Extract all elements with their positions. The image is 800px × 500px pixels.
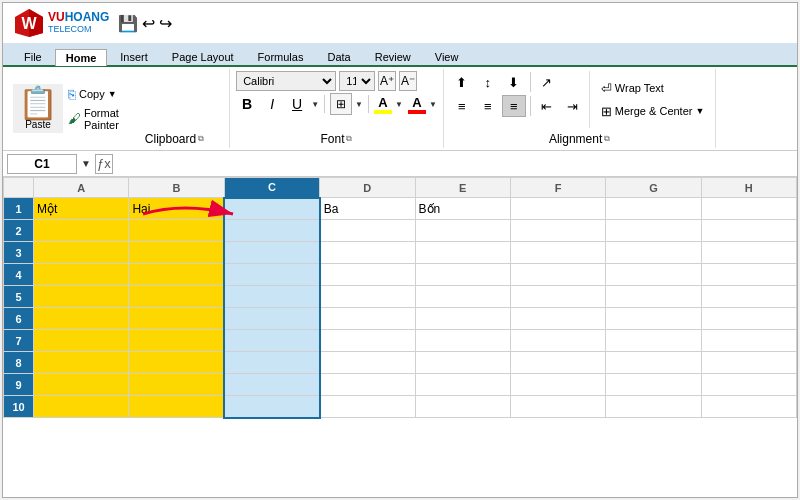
cell-f9[interactable] — [510, 374, 605, 396]
cell-c7[interactable] — [224, 330, 319, 352]
cell-e1[interactable]: Bốn — [415, 198, 510, 220]
row-number-6[interactable]: 6 — [4, 308, 34, 330]
tab-review[interactable]: Review — [364, 48, 422, 65]
row-number-10[interactable]: 10 — [4, 396, 34, 418]
cell-h2[interactable] — [701, 220, 796, 242]
col-header-e[interactable]: E — [415, 178, 510, 198]
align-center-button[interactable]: ≡ — [476, 95, 500, 117]
cell-g9[interactable] — [606, 374, 701, 396]
tab-formulas[interactable]: Formulas — [247, 48, 315, 65]
cell-g6[interactable] — [606, 308, 701, 330]
copy-dropdown[interactable]: ▼ — [108, 89, 117, 99]
font-size-select[interactable]: 11 8 9 10 12 14 — [339, 71, 375, 91]
save-icon[interactable]: 💾 — [118, 14, 138, 33]
cell-a5[interactable] — [34, 286, 129, 308]
increase-font-size-button[interactable]: A⁺ — [378, 71, 396, 91]
cell-b5[interactable] — [129, 286, 224, 308]
cell-d3[interactable] — [320, 242, 415, 264]
row-number-2[interactable]: 2 — [4, 220, 34, 242]
cell-a4[interactable] — [34, 264, 129, 286]
col-header-h[interactable]: H — [701, 178, 796, 198]
cell-g4[interactable] — [606, 264, 701, 286]
cell-c8[interactable] — [224, 352, 319, 374]
align-bottom-button[interactable]: ⬇ — [502, 71, 526, 93]
cell-e9[interactable] — [415, 374, 510, 396]
cell-h3[interactable] — [701, 242, 796, 264]
indent-increase-button[interactable]: ⇥ — [561, 95, 585, 117]
cell-b10[interactable] — [129, 396, 224, 418]
cell-g7[interactable] — [606, 330, 701, 352]
cell-g1[interactable] — [606, 198, 701, 220]
cell-c4[interactable] — [224, 264, 319, 286]
font-color-button[interactable]: A — [408, 95, 426, 114]
cell-b2[interactable] — [129, 220, 224, 242]
row-number-8[interactable]: 8 — [4, 352, 34, 374]
cell-c5[interactable] — [224, 286, 319, 308]
cell-h5[interactable] — [701, 286, 796, 308]
cell-f2[interactable] — [510, 220, 605, 242]
formula-input[interactable] — [117, 154, 793, 174]
cell-f8[interactable] — [510, 352, 605, 374]
cell-b3[interactable] — [129, 242, 224, 264]
cell-reference-box[interactable]: C1 — [7, 154, 77, 174]
font-name-select[interactable]: Calibri Arial Times New Roman — [236, 71, 336, 91]
indent-decrease-button[interactable]: ⇤ — [535, 95, 559, 117]
cell-e4[interactable] — [415, 264, 510, 286]
underline-button[interactable]: U — [286, 93, 308, 115]
col-header-a[interactable]: A — [34, 178, 129, 198]
row-number-3[interactable]: 3 — [4, 242, 34, 264]
cell-ref-dropdown[interactable]: ▼ — [81, 158, 91, 169]
cell-e10[interactable] — [415, 396, 510, 418]
cell-d9[interactable] — [320, 374, 415, 396]
cell-b1[interactable]: Hai — [129, 198, 224, 220]
italic-button[interactable]: I — [261, 93, 283, 115]
align-top-button[interactable]: ⬆ — [450, 71, 474, 93]
cell-e5[interactable] — [415, 286, 510, 308]
font-expand[interactable]: ⧉ — [346, 134, 352, 144]
align-middle-button[interactable]: ↕ — [476, 71, 500, 93]
cell-b9[interactable] — [129, 374, 224, 396]
cell-d7[interactable] — [320, 330, 415, 352]
clipboard-expand[interactable]: ⧉ — [198, 134, 204, 144]
cell-c10[interactable] — [224, 396, 319, 418]
merge-dropdown[interactable]: ▼ — [695, 106, 704, 116]
undo-icon[interactable]: ↩ — [142, 14, 155, 33]
col-header-f[interactable]: F — [510, 178, 605, 198]
cell-f10[interactable] — [510, 396, 605, 418]
cell-c9[interactable] — [224, 374, 319, 396]
cell-a1[interactable]: Một — [34, 198, 129, 220]
format-painter-button[interactable]: 🖌 Format Painter — [65, 105, 122, 133]
cell-c2[interactable] — [224, 220, 319, 242]
bold-button[interactable]: B — [236, 93, 258, 115]
cell-h1[interactable] — [701, 198, 796, 220]
cell-f5[interactable] — [510, 286, 605, 308]
row-number-5[interactable]: 5 — [4, 286, 34, 308]
cell-g3[interactable] — [606, 242, 701, 264]
table-row[interactable]: 2 — [4, 220, 797, 242]
cell-g5[interactable] — [606, 286, 701, 308]
cell-a7[interactable] — [34, 330, 129, 352]
cell-a6[interactable] — [34, 308, 129, 330]
merge-center-button[interactable]: ⊞ Merge & Center ▼ — [596, 101, 710, 122]
table-row[interactable]: 4 — [4, 264, 797, 286]
cell-b7[interactable] — [129, 330, 224, 352]
cell-f6[interactable] — [510, 308, 605, 330]
cell-e3[interactable] — [415, 242, 510, 264]
cell-h10[interactable] — [701, 396, 796, 418]
copy-button[interactable]: ⎘ Copy ▼ — [65, 85, 122, 104]
tab-insert[interactable]: Insert — [109, 48, 159, 65]
row-number-4[interactable]: 4 — [4, 264, 34, 286]
cell-f7[interactable] — [510, 330, 605, 352]
cell-d4[interactable] — [320, 264, 415, 286]
paste-button[interactable]: 📋 Paste — [13, 84, 63, 133]
col-header-d[interactable]: D — [320, 178, 415, 198]
cell-g2[interactable] — [606, 220, 701, 242]
quick-access[interactable]: 💾 ↩ ↪ — [118, 14, 172, 33]
cell-e7[interactable] — [415, 330, 510, 352]
wrap-text-button[interactable]: ⏎ Wrap Text — [596, 78, 710, 99]
row-number-7[interactable]: 7 — [4, 330, 34, 352]
table-row[interactable]: 3 — [4, 242, 797, 264]
cell-d8[interactable] — [320, 352, 415, 374]
tab-page-layout[interactable]: Page Layout — [161, 48, 245, 65]
fill-color-dropdown[interactable]: ▼ — [395, 100, 403, 109]
